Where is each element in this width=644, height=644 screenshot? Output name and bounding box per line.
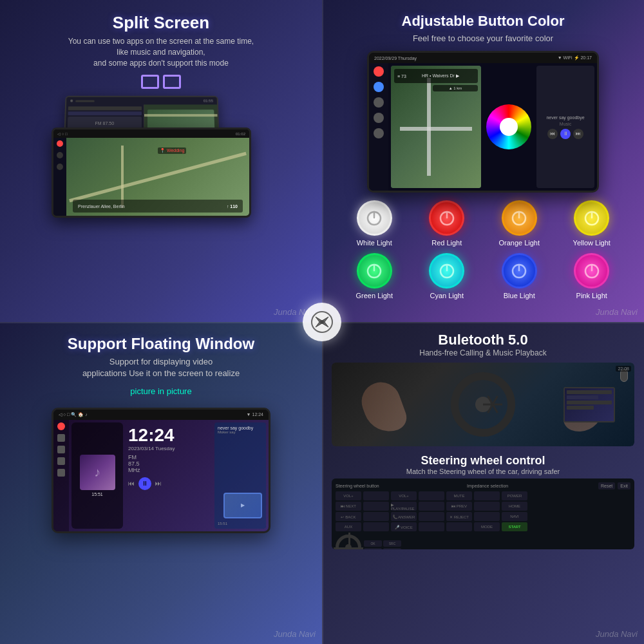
red-light-circle xyxy=(429,200,464,236)
cyan-light-label: Cyan Light xyxy=(430,292,464,299)
prev-icon[interactable]: ⏮ xyxy=(128,480,135,487)
ctrl-cell-void4 xyxy=(363,502,389,511)
split-rect-right xyxy=(163,75,181,89)
color-btn-yellow[interactable]: Yellow Light xyxy=(559,200,625,247)
video-icon xyxy=(99,531,108,533)
screen-time: 22:08 xyxy=(616,366,631,372)
hand-left xyxy=(356,377,410,439)
button-color-title: Adjustable Button Color xyxy=(402,13,565,30)
screen-row-1 xyxy=(567,390,612,394)
orange-light-label: Orange Light xyxy=(498,239,540,247)
bluetooth-section: Buletooth 5.0 Hands-free Calling & Music… xyxy=(332,332,634,357)
bluetooth-steering-section: Buletooth 5.0 Hands-free Calling & Music… xyxy=(322,322,644,644)
red-light-label: Red Light xyxy=(431,239,462,247)
split-device-bottom: ◁ ○ □ 01:02 Prenzlauer Allee, Berl xyxy=(52,128,251,218)
tablet-content: ≡ 73 HR • Waivers Dr ▶ ▲ 1 km xyxy=(369,63,597,191)
color-btn-blue[interactable]: Blue Light xyxy=(486,253,553,299)
bottom-app-icons: File m... Video Theme Chrom... xyxy=(82,531,157,533)
sidebar-icon-c xyxy=(57,457,65,465)
orange-light-circle xyxy=(502,200,537,236)
track-info: 15:51 xyxy=(91,492,103,497)
ctrl-cell-play: ▶ PLAY/PAUSE xyxy=(391,502,417,511)
app-file: File m... xyxy=(82,531,94,533)
ctrl-cell-back: ↩ BACK xyxy=(336,512,361,521)
car-screen-content xyxy=(565,388,614,421)
wheel-btn-menu[interactable]: MENU xyxy=(383,548,401,549)
nav-road-v xyxy=(427,78,431,176)
ctrl-cell-void11 xyxy=(419,522,444,531)
ctrl-cell-void9 xyxy=(474,512,500,521)
main-grid: Split Screen You can use two apps on the… xyxy=(0,0,644,644)
wheel-btn-src[interactable]: SRC xyxy=(383,540,401,547)
green-light-label: Green Light xyxy=(356,292,393,299)
color-btn-pink[interactable]: Pink Light xyxy=(559,253,625,299)
floating-window-title: Support Floating Window xyxy=(68,335,254,353)
color-btn-cyan[interactable]: Cyan Light xyxy=(414,253,480,299)
color-btn-green[interactable]: Green Light xyxy=(341,253,408,299)
ctrl-cell-answer: 📞 ANSWER xyxy=(391,512,417,521)
split-devices-container: 01:55 FM 87.50 xyxy=(52,95,270,218)
steering-section: Steering wheel control Match the Steerin… xyxy=(332,454,634,478)
music-card: ♪ 15:51 xyxy=(71,422,123,529)
screen-row-2 xyxy=(567,395,598,399)
green-light-circle xyxy=(357,253,392,289)
floating-watermark: Junda Navi xyxy=(274,629,316,639)
color-button-grid: White Light Red Light Orange Light xyxy=(335,200,631,299)
mini-hub xyxy=(345,544,352,549)
pink-light-label: Pink Light xyxy=(576,292,607,299)
music-controls-floating: ⏮ ⏸ ⏭ xyxy=(128,477,209,490)
bluetooth-subtitle: Hands-free Calling & Music Playback xyxy=(332,348,634,357)
song-time: 15:51 xyxy=(218,522,263,526)
ctrl-cell-void6 xyxy=(474,502,500,511)
ctrl-reset-btn[interactable]: Reset xyxy=(598,482,615,489)
ctrl-cell-volu2: VOL+ xyxy=(391,491,417,500)
nav-map: ≡ 73 HR • Waivers Dr ▶ ▲ 1 km xyxy=(391,66,481,188)
ctrl-cell-void5 xyxy=(419,502,444,511)
sidebar-icon-4 xyxy=(374,113,384,123)
yellow-light-label: Yellow Light xyxy=(573,239,611,247)
sidebar-icon-b xyxy=(57,446,65,453)
ctrl-cell-prev: ⏮ PREV xyxy=(446,502,472,511)
color-btn-white[interactable]: White Light xyxy=(341,200,408,247)
button-color-watermark: Junda Navi xyxy=(596,307,638,317)
pause-btn[interactable]: ⏸ xyxy=(560,129,571,139)
blue-light-circle xyxy=(502,253,537,289)
color-btn-red[interactable]: Red Light xyxy=(414,200,480,247)
button-color-subtitle: Feel free to choose your favorite color xyxy=(413,33,553,44)
pip-window: ▶ xyxy=(223,493,262,518)
ctrl-cell-void2 xyxy=(419,491,444,500)
color-btn-orange[interactable]: Orange Light xyxy=(486,200,553,247)
color-wheel-center xyxy=(500,118,518,136)
floating-bottom-bar: File m... Video Theme Chrom... xyxy=(53,531,269,533)
split-screen-section: Split Screen You can use two apps on the… xyxy=(0,0,322,322)
ctrl-cell-mute: MUTE xyxy=(446,491,472,500)
ctrl-cell-void8 xyxy=(419,512,444,521)
ctrl-cell-voice: 🎤 VOICE xyxy=(391,522,417,531)
wheel-btn-ok[interactable]: OK xyxy=(364,540,382,547)
wheel-btn-vold[interactable]: VOL- xyxy=(364,548,382,549)
ctrl-cell-void10 xyxy=(363,522,389,531)
yellow-light-circle xyxy=(574,200,609,236)
ctrl-row-back: ↩ BACK 📞 ANSWER ✕ REJECT NAVI xyxy=(336,512,630,521)
next-btn[interactable]: ⏭ xyxy=(573,129,583,139)
prev-btn[interactable]: ⏮ xyxy=(547,129,558,139)
floating-window-highlight: picture in picture xyxy=(130,386,191,397)
white-light-circle xyxy=(357,200,392,236)
next-icon[interactable]: ⏭ xyxy=(155,480,162,487)
clock-area: 12:24 2023/03/14 Tuesday FM87.5MHz ⏮ ⏸ ⏭ xyxy=(126,422,212,529)
wheel-buttons-row: OK SRC VOL- MENU xyxy=(364,540,401,549)
ctrl-exit-btn[interactable]: Exit xyxy=(618,482,630,489)
color-wheel xyxy=(486,104,531,149)
ctrl-cell-void3 xyxy=(474,491,500,500)
wheel-btn-row-1: OK SRC xyxy=(364,540,401,547)
mini-steering-wheel xyxy=(336,535,361,549)
theme-icon xyxy=(113,531,122,533)
app-theme: Theme xyxy=(113,531,124,533)
floating-statusbar: ◁ ○ □ 🔍 🏠 ♪ ▼ 12:24 xyxy=(53,410,269,420)
floating-main-area: ♪ 15:51 12:24 2023/03/14 Tuesday FM87.5M… xyxy=(69,420,269,531)
ctrl-cell-volu: VOL+ xyxy=(336,491,361,500)
google-icon xyxy=(147,531,156,533)
split-screen-title: Split Screen xyxy=(113,13,209,33)
app-chrome: Chrom... xyxy=(128,531,140,533)
play-pause-btn[interactable]: ⏸ xyxy=(138,477,151,490)
